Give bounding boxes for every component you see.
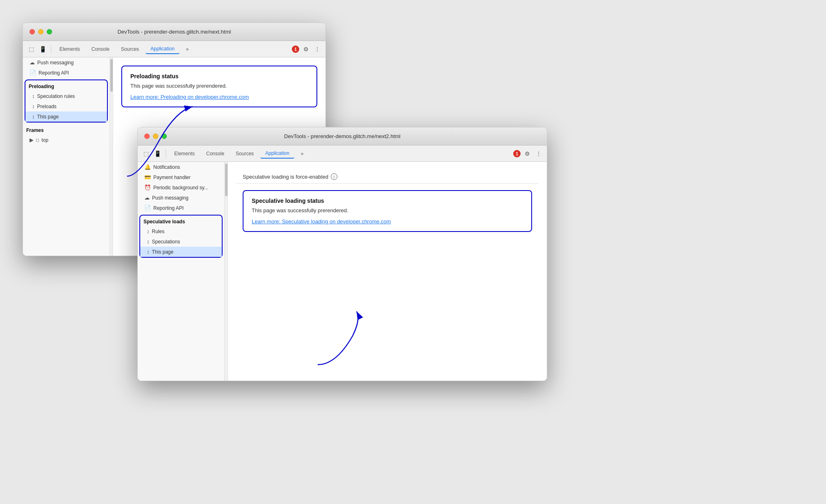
window-title-2: DevTools - prerender-demos.glitch.me/nex… [284,133,400,139]
sidebar-item-notifications-2[interactable]: 🔔 Notifications [138,162,224,172]
tab-more-1[interactable]: » [181,45,194,54]
sidebar-item-payment-2[interactable]: 💳 Payment handler [138,172,224,182]
inspect-icon-2[interactable]: ⬚ [141,149,151,159]
window-title-1: DevTools - prerender-demos.glitch.me/nex… [118,29,231,35]
cloud-icon-2: ☁ [144,195,150,201]
frames-header-1: Frames [23,124,109,135]
scrollbar-2[interactable] [224,162,228,381]
arrows-icon-spec-2: ↕ [147,238,150,245]
settings-icon-1[interactable]: ⚙ [301,44,311,54]
status-box-title-1: Preloading status [130,73,308,79]
error-badge-2: 1 [513,150,521,157]
more-icon-2[interactable]: ⋮ [534,149,544,159]
sidebar-scroll-2: 🔔 Notifications 💳 Payment handler ⏰ Peri… [138,162,228,381]
sidebar-item-push-messaging-1[interactable]: ☁ Push messaging [23,57,109,68]
doc-icon-2: 📄 [144,205,151,211]
device-icon[interactable]: 📱 [38,44,48,54]
status-box-link-2[interactable]: Learn more: Speculative loading on devel… [252,218,523,225]
toolbar-1: ⬚ 📱 Elements Console Sources Application… [23,41,325,57]
settings-icon-2[interactable]: ⚙ [522,149,532,159]
main-content-2: Speculative loading is force-enabled i S… [228,162,547,381]
sidebar-label-preloads-1: Preloads [37,104,57,109]
status-box-title-2: Speculative loading status [252,198,523,204]
maximize-button-2[interactable] [162,134,167,139]
sidebar-item-periodic-2[interactable]: ⏰ Periodic background sy... [138,182,224,193]
arrows-icon-tp-1: ↕ [32,114,35,120]
sidebar-label-notifications-2: Notifications [153,164,180,170]
tab-application-2[interactable]: Application [260,149,294,159]
sidebar-label-this-page-1: This page [37,114,59,120]
speculative-loads-section-2: Speculative loads ↕ Rules ↕ Speculations… [139,215,223,258]
preloading-status-box-1: Preloading status This page was successf… [121,66,317,107]
sidebar-scroll-1: ☁ Push messaging 📄 Reporting API Preload… [23,57,113,256]
sidebar-item-speculation-rules-1[interactable]: ↕ Speculation rules [25,91,107,101]
toolbar-sep-2 [166,150,166,158]
tab-console-2[interactable]: Console [201,149,229,158]
sidebar-label-payment-2: Payment handler [153,175,191,180]
tab-elements-1[interactable]: Elements [55,45,85,54]
sidebar-label-periodic-2: Periodic background sy... [153,185,208,191]
tab-more-2[interactable]: » [296,149,309,158]
info-icon-2: i [331,173,337,180]
sidebar-list-2: 🔔 Notifications 💳 Payment handler ⏰ Peri… [138,162,224,381]
title-bar-2: DevTools - prerender-demos.glitch.me/nex… [138,127,547,145]
sidebar-item-reporting-1[interactable]: 📄 Reporting API [23,68,109,78]
toolbar-2: ⬚ 📱 Elements Console Sources Application… [138,145,547,162]
sidebar-item-push-2[interactable]: ☁ Push messaging [138,193,224,203]
sidebar-item-top-1[interactable]: ▶ □ top [23,135,109,145]
sidebar-item-preloads-1[interactable]: ↕ Preloads [25,101,107,111]
doc-icon-1: 📄 [30,70,36,76]
tab-application-1[interactable]: Application [146,44,180,54]
bell-icon-2: 🔔 [144,164,151,170]
sidebar-label-push-2: Push messaging [152,195,189,201]
close-button-1[interactable] [30,29,35,34]
tab-console-1[interactable]: Console [86,45,114,54]
sidebar-1: ☁ Push messaging 📄 Reporting API Preload… [23,57,113,256]
speculative-bar-2: Speculative loading is force-enabled i [236,170,539,184]
sidebar-label-speculations-2: Speculations [152,239,180,245]
devtools-body-2: 🔔 Notifications 💳 Payment handler ⏰ Peri… [138,162,547,381]
arrows-icon-sr-1: ↕ [32,93,35,99]
sidebar-item-this-page-1[interactable]: ↕ This page [25,111,107,122]
sidebar-item-this-page-2[interactable]: ↕ This page [140,247,222,257]
device-icon-2[interactable]: 📱 [152,149,162,159]
sidebar-item-reporting-2[interactable]: 📄 Reporting API [138,203,224,213]
arrows-icon-rules-2: ↕ [147,228,150,234]
toolbar-sep-1 [51,45,51,53]
status-box-text-1: This page was successfully prerendered. [130,83,308,89]
sidebar-label-top-1: □ [36,137,39,143]
sidebar-label-speculation-rules-1: Speculation rules [37,93,75,99]
minimize-button-1[interactable] [38,29,43,34]
scrollbar-thumb-1 [110,59,113,92]
window-buttons-1 [30,29,52,34]
sidebar-label-this-page-2: This page [152,249,174,255]
chevron-icon-top-1: ▶ [30,137,34,143]
sidebar-item-speculations-2[interactable]: ↕ Speculations [140,236,222,247]
tab-sources-1[interactable]: Sources [116,45,144,54]
cloud-icon-1: ☁ [30,59,35,66]
sidebar-label-reporting-1: Reporting API [39,70,69,76]
maximize-button-1[interactable] [47,29,52,34]
status-box-text-2: This page was successfully prerendered. [252,207,523,213]
tab-elements-2[interactable]: Elements [169,149,200,158]
sidebar-label-push-messaging-1: Push messaging [37,60,74,66]
scrollbar-1[interactable] [109,57,113,256]
title-bar-1: DevTools - prerender-demos.glitch.me/nex… [23,23,325,41]
preloading-header-1: Preloading [25,80,107,91]
devtools-window-2: DevTools - prerender-demos.glitch.me/nex… [137,127,547,381]
clock-icon-2: ⏰ [144,184,151,191]
preloading-section-1: Preloading ↕ Speculation rules ↕ Preload… [25,79,108,123]
inspect-icon[interactable]: ⬚ [26,44,36,54]
speculative-loads-header-2: Speculative loads [140,216,222,226]
error-badge-1: 1 [292,45,299,53]
sidebar-list-1: ☁ Push messaging 📄 Reporting API Preload… [23,57,109,256]
more-icon-1[interactable]: ⋮ [312,44,322,54]
minimize-button-2[interactable] [153,134,158,139]
close-button-2[interactable] [144,134,150,139]
tab-sources-2[interactable]: Sources [231,149,259,158]
sidebar-item-rules-2[interactable]: ↕ Rules [140,226,222,236]
window-buttons-2 [144,134,167,139]
card-icon-2: 💳 [144,174,151,180]
status-box-link-1[interactable]: Learn more: Preloading on developer.chro… [130,94,308,100]
error-count-1: 1 [292,45,299,53]
